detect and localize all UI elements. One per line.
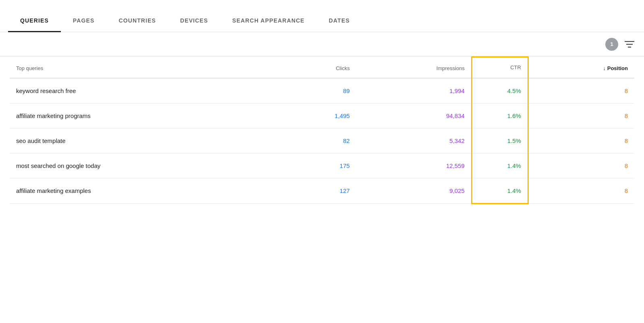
cell-impressions: 9,025 [356, 178, 472, 203]
cell-ctr: 1.5% [472, 128, 528, 153]
cell-clicks: 127 [279, 178, 356, 203]
cell-impressions: 5,342 [356, 128, 472, 153]
sort-down-arrow-icon: ↓ [603, 65, 606, 71]
cell-query: affiliate marketing programs [10, 103, 279, 128]
tab-bar: QUERIES PAGES COUNTRIES DEVICES SEARCH A… [0, 0, 644, 32]
table-row: keyword research free 89 1,994 4.5% 8 [10, 78, 634, 104]
queries-table: Top queries Clicks Impressions CTR ↓Posi… [10, 56, 634, 204]
filter-icon[interactable] [625, 40, 634, 48]
tab-dates[interactable]: DATES [317, 17, 362, 32]
table-row: affiliate marketing programs 1,495 94,83… [10, 103, 634, 128]
col-header-impressions: Impressions [356, 57, 472, 78]
cell-clicks: 1,495 [279, 103, 356, 128]
tab-pages[interactable]: PAGES [61, 17, 107, 32]
cell-query: keyword research free [10, 78, 279, 104]
cell-position: 8 [528, 78, 634, 104]
toolbar: 1 [0, 32, 644, 56]
table-row: seo audit template 82 5,342 1.5% 8 [10, 128, 634, 153]
col-header-clicks: Clicks [279, 57, 356, 78]
tab-queries[interactable]: QUERIES [8, 17, 61, 32]
cell-ctr: 1.6% [472, 103, 528, 128]
cell-ctr: 4.5% [472, 78, 528, 104]
cell-impressions: 12,559 [356, 153, 472, 178]
cell-ctr: 1.4% [472, 178, 528, 203]
cell-position: 8 [528, 178, 634, 203]
cell-position: 8 [528, 153, 634, 178]
cell-clicks: 89 [279, 78, 356, 104]
cell-position: 8 [528, 128, 634, 153]
cell-query: seo audit template [10, 128, 279, 153]
cell-clicks: 175 [279, 153, 356, 178]
col-header-ctr: CTR [472, 57, 528, 78]
table-row: most searched on google today 175 12,559… [10, 153, 634, 178]
cell-clicks: 82 [279, 128, 356, 153]
cell-query: affiliate marketing examples [10, 178, 279, 203]
cell-position: 8 [528, 103, 634, 128]
col-header-position: ↓Position [528, 57, 634, 78]
data-table-container: Top queries Clicks Impressions CTR ↓Posi… [0, 56, 644, 204]
filter-count-badge[interactable]: 1 [605, 38, 618, 51]
cell-ctr: 1.4% [472, 153, 528, 178]
cell-query: most searched on google today [10, 153, 279, 178]
tab-search-appearance[interactable]: SEARCH APPEARANCE [220, 17, 317, 32]
cell-impressions: 94,834 [356, 103, 472, 128]
table-header-row: Top queries Clicks Impressions CTR ↓Posi… [10, 57, 634, 78]
tab-countries[interactable]: COUNTRIES [106, 17, 168, 32]
cell-impressions: 1,994 [356, 78, 472, 104]
tab-devices[interactable]: DEVICES [168, 17, 220, 32]
table-body: keyword research free 89 1,994 4.5% 8 af… [10, 78, 634, 204]
table-row: affiliate marketing examples 127 9,025 1… [10, 178, 634, 203]
col-header-query: Top queries [10, 57, 279, 78]
